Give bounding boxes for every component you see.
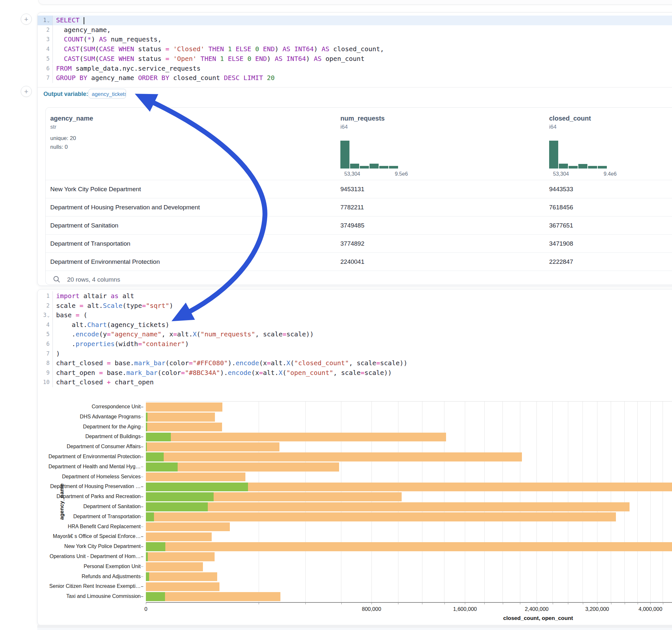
axis-tick	[597, 602, 597, 604]
category-label: Mayorâ€ s Office of Special Enforce…	[53, 533, 141, 539]
python-code-editor[interactable]: 1import altair as alt2scale = alt.Scale(…	[38, 291, 672, 387]
axis-tick	[553, 602, 553, 604]
category-label: New York City Police Department	[64, 543, 141, 549]
output-variable-input[interactable]: agency_tickets	[89, 89, 126, 98]
chart-plot-area	[146, 401, 672, 602]
gridline	[552, 402, 553, 602]
line-number: 5	[38, 54, 53, 64]
code-line[interactable]: 3⌄base = (	[38, 311, 672, 320]
code-line[interactable]: 4 alt.Chart(agency_tickets)	[38, 320, 672, 330]
code-line[interactable]: 2scale = alt.Scale(type="sqrt")	[38, 301, 672, 311]
line-number: 7	[38, 349, 53, 359]
table-cell: Department of Transportation	[50, 235, 130, 253]
table-cell: New York City Police Department	[50, 180, 141, 198]
bar-closed_count	[146, 502, 629, 511]
histogram-min-label: 53,304	[553, 171, 569, 177]
category-label: Department of Sanitation	[83, 504, 141, 509]
code-line[interactable]: 5 .encode(y="agency_name", x=alt.X("num_…	[38, 330, 672, 339]
table-cell: 7782211	[340, 198, 364, 217]
code-line[interactable]: 2 agency_name,	[38, 25, 672, 35]
add-cell-button-top[interactable]: +	[21, 14, 32, 25]
code-line[interactable]: 5 CAST(SUM(CASE WHEN status = 'Open' THE…	[38, 54, 672, 64]
column-header[interactable]: num_requests	[340, 115, 385, 122]
category-tick	[141, 577, 143, 577]
output-variable-row: Output variable: agency_tickets	[38, 87, 672, 107]
code-text: base = (	[56, 311, 87, 320]
axis-tick	[663, 602, 663, 604]
fold-chevron-icon[interactable]: ⌄	[47, 18, 50, 23]
code-text: chart_closed + chart_open	[56, 378, 154, 387]
line-number: 1	[38, 291, 53, 301]
line-number: 9	[38, 368, 53, 378]
category-tick	[141, 437, 143, 437]
table-row[interactable]: Department of Transportation377489234719…	[46, 234, 672, 253]
histogram-bar	[350, 164, 359, 169]
category-tick	[141, 516, 143, 517]
category-tick	[141, 486, 143, 487]
histogram-bar	[389, 166, 398, 169]
gridline	[305, 402, 306, 602]
axis-tick	[568, 602, 568, 604]
sql-code-editor[interactable]: 1⌄SELECT 2 agency_name,3 COUNT(*) AS num…	[38, 16, 672, 83]
table-row[interactable]: Department of Housing Preservation and D…	[46, 198, 672, 217]
code-line[interactable]: 1import altair as alt	[38, 291, 672, 301]
code-line[interactable]: 7GROUP BY agency_name ORDER BY closed_co…	[38, 73, 672, 83]
bar-closed_count	[146, 552, 215, 561]
category-tick	[141, 467, 143, 467]
bar-closed_count	[146, 592, 281, 601]
category-label: Operations Unit - Department of Hom…	[50, 554, 141, 559]
gridline	[597, 402, 597, 602]
category-tick	[141, 556, 143, 557]
code-text: agency_name,	[56, 25, 111, 35]
axis-tick-label: 4,000,000	[639, 606, 662, 612]
add-cell-button-below-sql[interactable]: +	[21, 86, 32, 97]
table-row[interactable]: Department of Sanitation37494853677651	[46, 216, 672, 235]
histogram-bar	[340, 141, 350, 169]
code-line[interactable]: 9chart_open = base.mark_bar(color="#8BC3…	[38, 368, 672, 378]
category-tick	[141, 536, 143, 537]
gridline	[650, 402, 651, 602]
category-tick	[141, 586, 143, 587]
code-line[interactable]: 6 .properties(width="container")	[38, 339, 672, 349]
bar-open_count	[146, 512, 154, 522]
result-table-footer: 20 rows, 4 columns	[46, 271, 672, 285]
category-label: Department of Environmental Protection	[48, 454, 141, 460]
histogram-bar	[569, 166, 578, 169]
gridline	[663, 402, 663, 602]
column-header[interactable]: closed_count	[549, 115, 591, 122]
previous-cell-fragment	[38, 0, 672, 4]
code-line[interactable]: 4 CAST(SUM(CASE WHEN status = 'Closed' T…	[38, 44, 672, 54]
category-label: Department of Buildings	[85, 434, 141, 439]
table-row[interactable]: Department of Environmental Protection22…	[46, 252, 672, 271]
category-label: Taxi and Limousine Commission	[67, 593, 141, 599]
table-cell: 3749485	[340, 217, 364, 235]
code-line[interactable]: 3 COUNT(*) AS num_requests,	[38, 35, 672, 44]
code-text: CAST(SUM(CASE WHEN status = 'Closed' THE…	[56, 44, 384, 54]
gridline	[536, 402, 537, 602]
gridline	[502, 402, 503, 602]
text-cursor	[83, 17, 84, 24]
code-text: FROM sample_data.nyc.service_requests	[56, 64, 201, 74]
code-line[interactable]: 10chart_closed + chart_open	[38, 378, 672, 387]
histogram-bar	[559, 164, 568, 169]
line-number: 8	[38, 358, 53, 368]
column-type: i64	[340, 124, 348, 130]
table-row[interactable]: New York City Police Department945313194…	[46, 180, 672, 198]
table-cell: 2222847	[549, 253, 573, 271]
fold-chevron-icon[interactable]: ⌄	[47, 313, 50, 318]
code-line[interactable]: 1⌄SELECT	[38, 16, 672, 25]
histogram-bar	[369, 164, 379, 169]
column-header[interactable]: agency_name	[50, 115, 93, 122]
axis-tick-label: 800,000	[362, 606, 381, 612]
search-icon[interactable]	[53, 275, 61, 283]
code-text: .properties(width="container")	[56, 339, 189, 349]
code-line[interactable]: 6FROM sample_data.nyc.service_requests	[38, 64, 672, 74]
bar-open_count	[146, 572, 149, 581]
table-cell: 3471908	[549, 235, 573, 253]
code-line[interactable]: 8chart_closed = base.mark_bar(color="#FF…	[38, 358, 672, 368]
line-number: 2	[38, 25, 53, 35]
code-line[interactable]: 7)	[38, 349, 672, 359]
column-type: str	[50, 124, 56, 130]
category-label: Department of Homeless Services	[62, 474, 141, 480]
line-number: 2	[38, 301, 53, 311]
